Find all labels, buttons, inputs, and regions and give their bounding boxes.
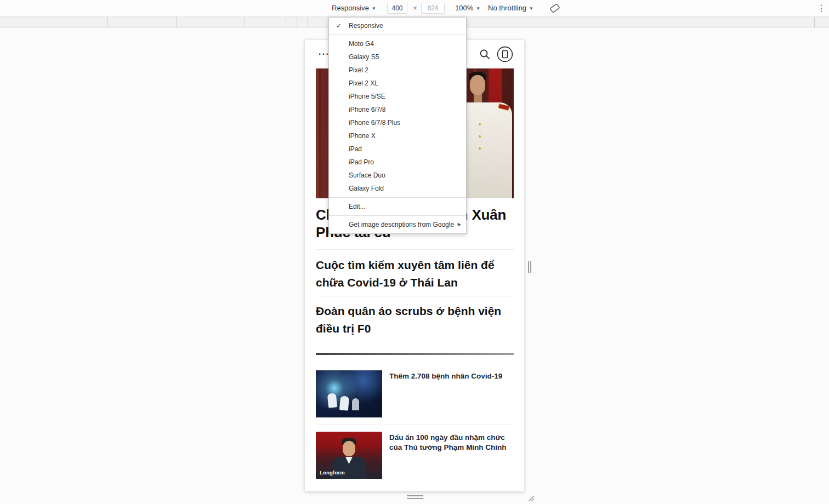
chevron-down-icon: ▼ — [476, 1, 480, 17]
menu-item-label: iPhone 5/SE — [349, 93, 385, 100]
submenu-arrow-icon: ▶ — [458, 218, 461, 231]
thumb-art-shape — [339, 396, 349, 410]
menu-item-device[interactable]: iPhone X — [329, 129, 466, 142]
menu-item-device[interactable]: Surface Duo — [329, 169, 466, 182]
hero-art-shape — [470, 75, 485, 95]
resize-handle-right[interactable] — [528, 261, 531, 273]
device-type-menu: ✓ Responsive Moto G4 Galaxy S5 Pixel 2 P… — [328, 17, 467, 234]
menu-item-label: Pixel 2 XL — [349, 79, 378, 87]
menu-item-device[interactable]: iPhone 6/7/8 — [329, 103, 466, 116]
menu-item-device[interactable]: iPad Pro — [329, 156, 466, 169]
menu-item-device[interactable]: iPhone 5/SE — [329, 90, 466, 103]
article-item[interactable]: Longform Dấu ấn 100 ngày đầu nhậm chức c… — [316, 432, 514, 481]
longform-badge: Longform — [320, 469, 345, 476]
resize-handle-corner[interactable] — [527, 494, 535, 502]
menu-item-label: Get image descriptions from Google — [349, 221, 454, 228]
ruler-tick — [308, 17, 308, 27]
article-thumbnail: Longform — [316, 432, 382, 479]
article-thumbnail — [316, 370, 382, 417]
ruler-tick — [107, 17, 108, 27]
menu-item-device[interactable]: Galaxy Fold — [329, 182, 466, 195]
menu-item-device[interactable]: Moto G4 — [329, 37, 466, 50]
rotate-icon[interactable] — [549, 3, 560, 14]
chevron-down-icon: ▼ — [529, 1, 533, 17]
menu-item-label: Surface Duo — [349, 171, 385, 179]
ruler-tick — [297, 17, 297, 27]
hero-art-shape — [479, 135, 481, 138]
chevron-down-icon: ▼ — [372, 1, 376, 17]
ruler-tick — [286, 17, 286, 27]
menu-item-device[interactable]: Pixel 2 XL — [329, 77, 466, 90]
overflow-menu-icon[interactable]: ⋮ — [816, 0, 827, 16]
menu-item-label: iPhone 6/7/8 Plus — [349, 119, 400, 127]
menu-item-device[interactable]: iPad — [329, 142, 466, 156]
headline-link[interactable]: Cuộc tìm kiếm xuyên tâm liên để chữa Cov… — [316, 256, 514, 291]
menu-item-label: iPhone X — [349, 132, 376, 140]
device-mode-label: Responsive — [332, 4, 369, 12]
divider — [316, 425, 514, 425]
menu-item-label: Responsive — [349, 22, 383, 30]
zoom-value: 100% — [455, 4, 473, 12]
throttling-select[interactable]: No throttling▼ — [488, 0, 533, 16]
section-divider — [316, 353, 514, 355]
zoom-select[interactable]: 100%▼ — [455, 0, 480, 16]
menu-item-responsive[interactable]: ✓ Responsive — [329, 19, 466, 32]
menu-item-label: Pixel 2 — [349, 66, 368, 74]
thumb-art-shape — [343, 441, 355, 456]
menu-separator — [329, 35, 466, 35]
article-title: Dấu ấn 100 ngày đầu nhậm chức của Thủ tư… — [389, 433, 518, 452]
menu-item-label: iPhone 6/7/8 — [349, 106, 385, 113]
divider — [316, 296, 514, 296]
menu-item-label: Galaxy S5 — [349, 53, 379, 61]
menu-separator — [329, 197, 466, 198]
menu-item-label: Moto G4 — [349, 40, 374, 48]
article-title: Thêm 2.708 bệnh nhân Covid-19 — [389, 371, 518, 381]
menu-item-label: Galaxy Fold — [349, 185, 384, 192]
menu-item-label: iPad Pro — [349, 158, 374, 166]
menu-item-device[interactable]: Galaxy S5 — [329, 50, 466, 64]
height-input[interactable] — [421, 3, 445, 14]
device-mode-select[interactable]: Responsive▼ — [332, 0, 376, 16]
menu-item-edit[interactable]: Edit... — [329, 200, 466, 213]
menu-item-device[interactable]: Pixel 2 — [329, 64, 466, 77]
thumb-art-shape — [352, 398, 359, 410]
ruler-tick — [814, 17, 815, 27]
device-toolbar: Responsive▼ × 100%▼ No throttling▼ ⋮ — [0, 0, 829, 17]
ruler-tick — [176, 17, 177, 27]
menu-item-label: Edit... — [349, 203, 366, 210]
menu-separator — [329, 215, 466, 216]
divider — [316, 249, 514, 250]
resize-handle-bottom[interactable] — [407, 495, 423, 499]
headline-link[interactable]: Đoàn quân áo scrubs ở bệnh viện điều trị… — [316, 302, 514, 337]
hero-art-shape — [479, 123, 481, 125]
mobile-version-icon[interactable] — [497, 46, 513, 62]
search-icon[interactable] — [479, 48, 491, 60]
checkmark-icon: ✓ — [336, 19, 342, 32]
menu-item-image-descriptions[interactable]: Get image descriptions from Google ▶ — [329, 218, 466, 231]
menu-item-device[interactable]: iPhone 6/7/8 Plus — [329, 116, 466, 129]
throttling-value: No throttling — [488, 4, 526, 12]
article-item[interactable]: Thêm 2.708 bệnh nhân Covid-19 — [316, 370, 514, 420]
hero-art-shape — [479, 147, 481, 150]
dimension-separator: × — [410, 0, 420, 16]
thumb-art-shape — [327, 393, 338, 408]
width-input[interactable] — [387, 3, 407, 14]
ruler-tick — [245, 17, 245, 27]
menu-item-label: iPad — [349, 145, 362, 153]
